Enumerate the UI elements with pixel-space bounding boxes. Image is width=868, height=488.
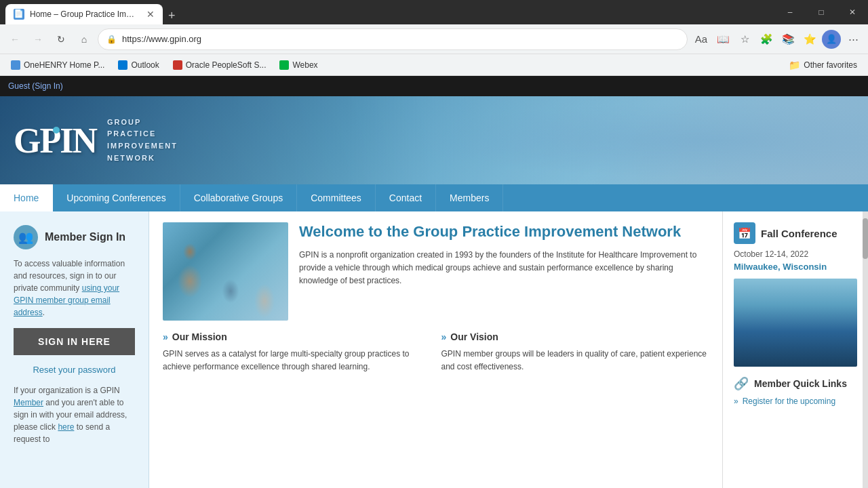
welcome-image-inner (163, 222, 288, 321)
mission-vision-section: » Our Mission GPIN serves as a catalyst … (163, 331, 709, 373)
member-signin-sidebar: 👥 Member Sign In To access valuable info… (0, 211, 149, 488)
favorites-bar-toggle[interactable]: ⭐ (800, 30, 819, 49)
close-button[interactable]: ✕ (837, 0, 868, 24)
reset-password-link[interactable]: Reset your password (14, 365, 135, 375)
nav-item-home[interactable]: Home (0, 184, 53, 211)
window-controls: – □ ✕ (774, 0, 868, 24)
minimize-button[interactable]: – (774, 0, 806, 24)
maximize-button[interactable]: □ (806, 0, 837, 24)
vision-block: » Our Vision GPIN member groups will be … (441, 331, 709, 373)
mission-block: » Our Mission GPIN serves as a catalyst … (163, 331, 431, 373)
request-link[interactable]: here (58, 422, 74, 432)
welcome-image (163, 222, 288, 321)
bookmark-label-webex: Webex (292, 60, 317, 70)
vision-body: GPIN member groups will be leaders in qu… (441, 348, 709, 373)
bookmark-favicon-outlook (118, 60, 127, 70)
immersive-reader-button[interactable]: 📖 (713, 30, 732, 49)
quick-link-arrow: » (734, 396, 738, 406)
tab-bar: 📄 Home – Group Practice Improve… ✕ + (0, 0, 774, 24)
active-tab[interactable]: 📄 Home – Group Practice Improve… ✕ (5, 4, 163, 24)
nav-item-conferences[interactable]: Upcoming Conferences (53, 184, 180, 211)
lock-icon: 🔒 (106, 35, 117, 44)
fall-conf-header: 📅 Fall Conference (734, 222, 857, 244)
bookmark-favicon-webex (279, 60, 289, 70)
tab-title: Home – Group Practice Improve… (30, 9, 138, 19)
main-navigation: Home Upcoming Conferences Collaborative … (0, 184, 868, 211)
signin-button[interactable]: SIGN IN HERE (14, 328, 135, 355)
bookmark-oracle[interactable]: Oracle PeopleSoft S... (167, 58, 272, 73)
folder-icon: 📁 (789, 60, 800, 70)
bookmark-webex[interactable]: Webex (274, 58, 323, 73)
url-display: https://www.gpin.org (122, 34, 201, 44)
member-icon: 👥 (14, 225, 38, 249)
fall-conf-title: Fall Conference (761, 228, 837, 239)
website-content: GPIN Group Practice Improvement Network … (0, 96, 868, 488)
quick-links-title: Member Quick Links (754, 378, 847, 389)
tab-close-button[interactable]: ✕ (146, 9, 155, 20)
quick-links-header: 🔗 Member Quick Links (734, 376, 857, 391)
quick-link-register-label: Register for the upcoming (743, 396, 835, 406)
bookmark-onehenry[interactable]: OneHENRY Home P... (5, 58, 110, 73)
vision-arrow-icon: » (441, 331, 447, 342)
nav-item-members[interactable]: Members (436, 184, 503, 211)
logo-container: GPIN Group Practice Improvement Network (14, 117, 178, 164)
scrollbar[interactable] (863, 211, 868, 488)
welcome-description: GPIN is a nonprofit organization created… (299, 249, 709, 288)
guest-bar: Guest (Sign In) (0, 76, 868, 96)
bookmark-favicon-oracle (173, 60, 182, 70)
extension-button[interactable]: 🧩 (757, 30, 776, 49)
nav-item-collaborative[interactable]: Collaborative Groups (180, 184, 298, 211)
welcome-title: Welcome to the Group Practice Improvemen… (299, 222, 709, 242)
new-tab-button[interactable]: + (163, 9, 181, 23)
hero-background-people (347, 96, 868, 184)
titlebar: 📄 Home – Group Practice Improve… ✕ + – □… (0, 0, 868, 24)
other-favorites-label: Other favorites (804, 60, 857, 70)
browser-toolbar: ← → ↻ ⌂ 🔒 https://www.gpin.org Aa 📖 ☆ 🧩 … (0, 24, 868, 54)
profile-button[interactable]: 👤 (822, 30, 841, 49)
logo-gpin: GPIN (14, 121, 96, 161)
read-aloud-button[interactable]: Aa (692, 30, 711, 49)
right-sidebar: 📅 Fall Conference October 12-14, 2022 Mi… (722, 211, 868, 488)
mission-arrow-icon: » (163, 331, 168, 342)
refresh-button[interactable]: ↻ (52, 30, 71, 49)
welcome-section: Welcome to the Group Practice Improvemen… (163, 222, 709, 321)
sidebar-bottom-text: If your organization is a GPIN Member an… (14, 384, 135, 445)
main-content-area: 👥 Member Sign In To access valuable info… (0, 211, 868, 488)
guest-signin-link[interactable]: Guest (Sign In) (8, 81, 63, 91)
welcome-text: Welcome to the Group Practice Improvemen… (299, 222, 709, 321)
nav-item-contact[interactable]: Contact (376, 184, 436, 211)
quick-link-register[interactable]: » Register for the upcoming (734, 396, 857, 406)
fall-conf-location-link[interactable]: Milwaukee, Wisconsin (734, 262, 857, 272)
calendar-icon: 📅 (734, 222, 755, 244)
bookmarks-bar: OneHENRY Home P... Outlook Oracle People… (0, 54, 868, 76)
scrollbar-thumb[interactable] (863, 218, 868, 259)
address-bar[interactable]: 🔒 https://www.gpin.org (98, 28, 688, 50)
logo-dot (53, 127, 60, 134)
image-silhouettes (163, 222, 288, 321)
collections-button[interactable]: 📚 (778, 30, 797, 49)
mission-body: GPIN serves as a catalyst for large mult… (163, 348, 431, 373)
bookmark-outlook[interactable]: Outlook (113, 58, 164, 73)
favorites-button[interactable]: ☆ (735, 30, 754, 49)
mission-title: Our Mission (172, 331, 227, 342)
member-link[interactable]: Member (14, 398, 43, 407)
other-favorites-button[interactable]: 📁 Other favorites (783, 57, 863, 73)
chain-link-icon: 🔗 (734, 376, 749, 391)
logo-text: GPIN (14, 121, 96, 160)
vision-header: » Our Vision (441, 331, 709, 342)
toolbar-actions: Aa 📖 ☆ 🧩 📚 ⭐ 👤 ⋯ (692, 30, 863, 49)
conf-image-inner (734, 279, 857, 367)
signin-header: 👥 Member Sign In (14, 225, 135, 249)
tab-favicon: 📄 (14, 9, 24, 20)
more-options-button[interactable]: ⋯ (844, 30, 863, 49)
bookmark-label-outlook: Outlook (131, 60, 159, 70)
bookmark-label-onehenry: OneHENRY Home P... (24, 60, 104, 70)
member-signin-title: Member Sign In (45, 231, 125, 243)
center-content: Welcome to the Group Practice Improvemen… (149, 211, 722, 488)
home-button[interactable]: ⌂ (75, 30, 94, 49)
conference-image (734, 279, 857, 367)
nav-item-committees[interactable]: Committees (297, 184, 376, 211)
fall-conf-date: October 12-14, 2022 (734, 249, 857, 259)
back-button[interactable]: ← (5, 30, 24, 49)
forward-button[interactable]: → (28, 30, 47, 49)
